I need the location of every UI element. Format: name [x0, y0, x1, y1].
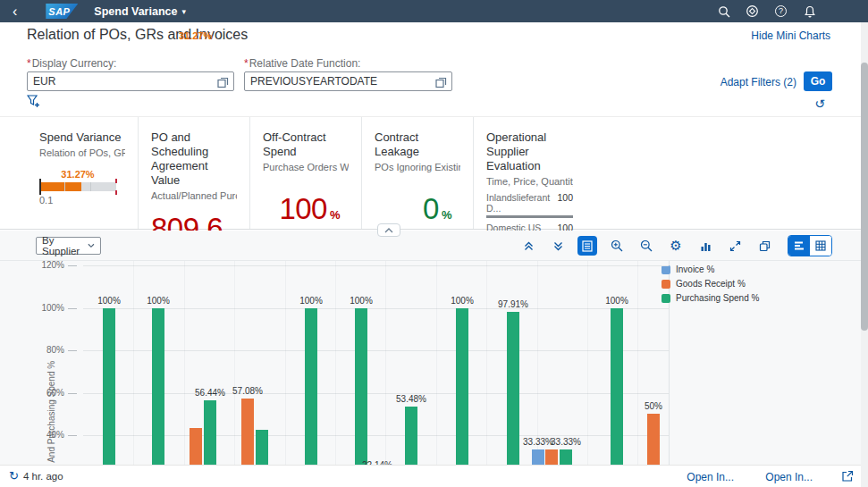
copilot-icon[interactable] [746, 4, 759, 18]
zoom-out-icon[interactable] [636, 236, 656, 256]
zoom-in-icon[interactable] [607, 236, 627, 256]
search-icon[interactable] [717, 4, 730, 18]
legend-label: Invoice % [676, 264, 714, 274]
collapse-header-button[interactable] [377, 223, 400, 237]
kpi-value: 100% [263, 193, 349, 231]
app-title-menu[interactable]: Spend Variance ▾ [94, 5, 186, 18]
supplier-label: Inlandslieferant D... [486, 192, 557, 214]
chart-bar[interactable] [190, 428, 202, 465]
chart-bar[interactable] [545, 449, 558, 465]
legend-item[interactable]: Goods Receipt % [662, 279, 759, 289]
card-spend-variance[interactable]: Spend Variance Relation of POs, GRs... 3… [27, 117, 139, 229]
open-in-icon[interactable] [841, 470, 854, 486]
bullet-fill [39, 182, 81, 191]
chart-bar[interactable] [355, 308, 367, 466]
app-root: ‹ SAP Spend Variance ▾ ? Relation of POs… [0, 0, 868, 487]
vertical-gridline [385, 261, 386, 465]
vertical-gridline [537, 261, 538, 465]
bar-value-label: 100% [286, 296, 336, 306]
chart-bar[interactable] [405, 407, 417, 465]
chart-canvas: Invoice % And Goods Receipt % And Purcha… [0, 261, 868, 465]
y-axis-tick-label: 100% [25, 303, 64, 313]
currency-label: *Display Currency: [27, 57, 116, 70]
mini-charts-row: Spend Variance Relation of POs, GRs... 3… [0, 117, 868, 230]
chart-bar[interactable] [204, 400, 216, 465]
notifications-icon[interactable] [803, 4, 816, 18]
card-off-contract-spend[interactable]: Off-Contract Spend Purchase Orders Wit..… [250, 117, 362, 229]
chart-bar[interactable] [256, 430, 268, 465]
chart-bar[interactable] [532, 449, 544, 465]
chart-bar[interactable] [241, 399, 254, 465]
collapse-all-icon[interactable] [548, 236, 568, 256]
go-button[interactable]: Go [804, 71, 832, 91]
y-axis-title: Invoice % And Goods Receipt % And Purcha… [46, 361, 56, 465]
bar-value-label: 50% [628, 401, 678, 411]
chart-bar[interactable] [456, 308, 468, 466]
legend-item[interactable]: Purchasing Spend % [662, 293, 759, 303]
chart-type-icon[interactable] [695, 236, 715, 256]
y-axis-tick-label: 80% [25, 345, 64, 355]
sap-logo[interactable]: SAP [46, 4, 78, 19]
settings-icon[interactable]: ⚙ [666, 236, 686, 256]
dimension-selector-value: By Supplier [42, 235, 88, 256]
view-switch [788, 235, 832, 256]
fullscreen-icon[interactable] [725, 236, 745, 256]
supplier-value: 100 [557, 192, 573, 214]
y-axis-tick [68, 350, 77, 351]
open-in-link-1[interactable]: Open In... [687, 471, 734, 483]
legend-label: Purchasing Spend % [676, 293, 759, 303]
refresh-button[interactable]: ↻ 4 hr. ago [9, 469, 63, 483]
y-axis-tick-label: 40% [25, 430, 64, 440]
chart-toolbar: By Supplier ⚙ [0, 231, 868, 261]
y-axis-tick [68, 393, 77, 394]
bar-value-label: 100% [592, 296, 642, 306]
legend-swatch [662, 294, 670, 303]
page-header: Relation of POs, GRs and Invoices 31.27%… [0, 22, 868, 46]
chart-bar[interactable] [647, 414, 660, 465]
adapt-filters-link[interactable]: Adapt Filters (2) [721, 76, 796, 88]
chart-legend: Invoice %Goods Receipt %Purchasing Spend… [662, 264, 759, 307]
chevron-down-icon [88, 243, 95, 248]
scrollbar-track[interactable] [861, 22, 868, 487]
date-function-field [244, 71, 452, 91]
chart-bar[interactable] [611, 308, 623, 466]
date-function-input[interactable] [250, 72, 432, 90]
add-filter-icon[interactable] [27, 95, 41, 113]
bullet-micro-chart [39, 182, 116, 191]
legend-swatch [662, 265, 670, 274]
legend-toggle-icon[interactable] [577, 236, 597, 256]
value-help-icon[interactable] [217, 76, 229, 92]
card-contract-leakage[interactable]: Contract Leakage POs Ignoring Existing..… [362, 117, 474, 229]
legend-swatch [662, 280, 670, 289]
vertical-gridline [587, 261, 588, 465]
hide-mini-charts-link[interactable]: Hide Mini Charts [751, 29, 830, 42]
scrollbar-thumb[interactable] [861, 63, 868, 331]
help-icon[interactable]: ? [774, 4, 788, 18]
expand-all-icon[interactable] [518, 236, 538, 256]
open-in-link-2[interactable]: Open In... [765, 471, 813, 483]
legend-item[interactable]: Invoice % [662, 264, 759, 274]
back-icon[interactable]: ‹ [13, 2, 17, 21]
reset-icon[interactable]: ↺ [814, 97, 825, 111]
chart-section: By Supplier ⚙ [0, 231, 868, 465]
bar-value-label: 100% [133, 296, 183, 306]
card-subtitle: Relation of POs, GRs... [39, 147, 125, 159]
currency-input[interactable] [33, 72, 214, 90]
card-supplier-evaluation[interactable]: Operational Supplier Evaluation Time, Pr… [474, 117, 586, 229]
chart-bar[interactable] [305, 308, 317, 466]
copy-icon[interactable] [754, 236, 774, 256]
card-title: Spend Variance [39, 130, 125, 145]
card-po-value[interactable]: PO and Scheduling Agreement Value Actual… [139, 117, 250, 229]
app-title: Spend Variance [94, 5, 177, 18]
view-table-button[interactable] [810, 236, 831, 256]
footer-bar: ↻ 4 hr. ago Open In... Open In... [0, 465, 868, 487]
value-help-icon[interactable] [435, 76, 447, 92]
chart-bar[interactable] [560, 449, 572, 465]
bullet-tick [90, 182, 91, 191]
dimension-selector[interactable]: By Supplier [36, 237, 101, 255]
chart-bar[interactable] [152, 308, 164, 466]
gridline [83, 350, 669, 351]
chart-bar[interactable] [103, 308, 115, 466]
view-chart-button[interactable] [788, 236, 810, 256]
gridline [83, 393, 669, 394]
